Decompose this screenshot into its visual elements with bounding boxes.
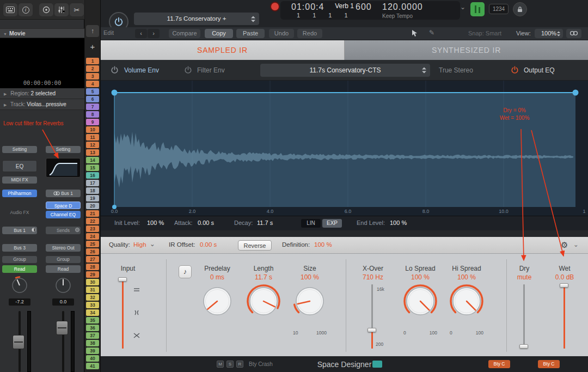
knob-dial[interactable] (245, 283, 282, 320)
xover-value[interactable]: 710 Hz (354, 273, 392, 283)
send-level-icon[interactable] (75, 228, 79, 232)
strip1-fader-handle[interactable] (13, 335, 24, 349)
pointer-tool-icon[interactable] (412, 29, 418, 37)
edit-menu[interactable]: Edit (103, 29, 114, 36)
strip2-fader-handle[interactable] (56, 321, 68, 335)
strip2-fx-slot-space-designer[interactable]: Space D (46, 202, 81, 209)
end-level-value[interactable]: 100 % (390, 219, 407, 226)
dry-slider-track[interactable] (523, 284, 525, 349)
track-number-3[interactable]: 3 (86, 73, 99, 80)
track-number-7[interactable]: 7 (86, 103, 99, 110)
track-number-13[interactable]: 13 (86, 149, 99, 156)
preset-dropdown[interactable]: 11.7s Conservatory + (134, 13, 259, 25)
key-command-badge[interactable]: 1234 (489, 4, 509, 14)
track-number-30[interactable]: 30 (86, 279, 99, 285)
movie-preview[interactable]: 00:00:00:00 (0, 38, 84, 88)
ir-offset-value[interactable]: 0.00 s (200, 241, 217, 248)
copy-button[interactable]: Copy (205, 29, 233, 38)
scissors-icon[interactable]: ✂ (70, 3, 84, 16)
track-number-32[interactable]: 32 (86, 294, 99, 301)
strip2-fx-slot-channel-eq[interactable]: Channel EQ (46, 211, 81, 218)
knob-dial[interactable] (448, 283, 485, 320)
strip2-fader-track[interactable] (62, 311, 64, 372)
track-number-9[interactable]: 9 (86, 119, 99, 125)
quality-value-dropdown[interactable]: High (133, 241, 146, 248)
track-number-36[interactable]: 36 (86, 325, 99, 331)
strip1-output-slot[interactable]: Bus 3 (2, 244, 37, 252)
strip1-instrument-slot[interactable]: Philharmon (2, 190, 37, 197)
track-number-14[interactable]: 14 (86, 157, 99, 163)
track-number-11[interactable]: 11 (86, 134, 99, 141)
track-number-41[interactable]: 41 (86, 363, 99, 369)
info-icon[interactable]: i (19, 3, 33, 16)
strip2-pan-knob[interactable] (52, 275, 74, 296)
volume-env-power-icon[interactable] (111, 66, 119, 76)
target-icon[interactable] (39, 3, 53, 16)
track-number-26[interactable]: 26 (86, 248, 99, 255)
exp-button[interactable]: EXP (322, 219, 342, 228)
strip2-sends-slot[interactable]: Sends (46, 227, 81, 234)
envelope-handle-end[interactable] (573, 90, 579, 96)
region-badge[interactable]: Bty C (488, 360, 510, 368)
track-number-1[interactable]: 1 (86, 58, 99, 64)
region-chip[interactable] (372, 361, 382, 368)
definition-value[interactable]: 100 % (314, 241, 332, 248)
track-number-38[interactable]: 38 (86, 340, 99, 346)
controls-icon[interactable] (54, 3, 69, 16)
size-knob[interactable]: Size 100 % 10 1000 (291, 265, 328, 320)
strip1-midifx-button[interactable]: MIDI FX (2, 176, 37, 184)
strip2-automation-button[interactable]: Read (46, 265, 81, 273)
track-number-15[interactable]: 15 (86, 164, 99, 171)
send-level-icon[interactable] (32, 228, 36, 232)
knob-dial[interactable] (402, 283, 439, 320)
knob-value[interactable]: 11.7 s (245, 273, 282, 283)
strip2-eq-thumbnail[interactable] (46, 158, 81, 178)
track-number-12[interactable]: 12 (86, 142, 99, 148)
predelay-knob[interactable]: Predelay 0 ms (199, 265, 236, 320)
init-level-value[interactable]: 100 % (147, 219, 164, 226)
track-number-18[interactable]: 18 (86, 187, 99, 194)
tab-filter-env[interactable]: Filter Env (197, 66, 225, 74)
strip1-pan-knob[interactable] (9, 275, 30, 296)
redo-button[interactable]: Redo (297, 29, 322, 38)
knob-dial[interactable] (291, 283, 328, 320)
strip1-group-slot[interactable]: Group (2, 256, 37, 263)
track-number-40[interactable]: 40 (86, 355, 99, 362)
sync-note-button[interactable]: ♪ (179, 265, 192, 278)
lo-spread-knob[interactable]: Lo Spread 100 % 0 100 (402, 265, 439, 320)
ir-waveform-display[interactable]: 0.0 2.0 4.0 6.0 8.0 10.0 1 Dry = 0% Wet … (101, 81, 588, 216)
strip2-group-slot[interactable]: Group (46, 256, 81, 263)
knob-value[interactable]: 100 % (448, 273, 485, 283)
track-number-16[interactable]: 16 (86, 172, 99, 179)
lcd-keep-tempo[interactable]: Keep Tempo (382, 13, 413, 19)
track-number-17[interactable]: 17 (86, 180, 99, 186)
length-knob[interactable]: Length 11.7 s (245, 265, 282, 320)
gear-icon[interactable]: ⚙ (561, 240, 568, 250)
view-zoom-dropdown[interactable]: 100% (535, 29, 563, 38)
decay-value[interactable]: 11.7 s (257, 219, 273, 226)
input-mode-crossfeed-icon[interactable] (132, 332, 141, 339)
track-number-8[interactable]: 8 (86, 111, 99, 118)
strip1-automation-button[interactable]: Read (2, 265, 37, 273)
track-number-20[interactable]: 20 (86, 203, 99, 209)
knob-value[interactable]: 0 ms (199, 273, 236, 283)
dry-slider-handle[interactable] (519, 344, 528, 349)
track-number-28[interactable]: 28 (86, 264, 99, 270)
track-number-21[interactable]: 21 (86, 210, 99, 217)
lcd-beats[interactable]: 1 1 1 1 (297, 12, 353, 19)
add-track-button[interactable]: + (86, 41, 99, 52)
tab-volume-env[interactable]: Volume Env (124, 66, 159, 74)
compare-button[interactable]: Compare (169, 29, 200, 38)
knob-value[interactable]: 100 % (291, 273, 328, 283)
track-number-33[interactable]: 33 (86, 302, 99, 308)
library-icon[interactable] (3, 3, 17, 16)
wet-value[interactable]: 0.0 dB (548, 273, 581, 283)
undo-button[interactable]: Undo (269, 29, 294, 38)
track-number-6[interactable]: 6 (86, 96, 99, 102)
hi-spread-knob[interactable]: Hi Spread 100 % 0 100 (448, 265, 485, 320)
track-number-37[interactable]: 37 (86, 332, 99, 339)
strip1-setting-button[interactable]: Setting (2, 146, 37, 153)
track-number-27[interactable]: 27 (86, 256, 99, 263)
snap-menu[interactable]: Snap: Smart (468, 30, 501, 36)
track-number-2[interactable]: 2 (86, 65, 99, 72)
